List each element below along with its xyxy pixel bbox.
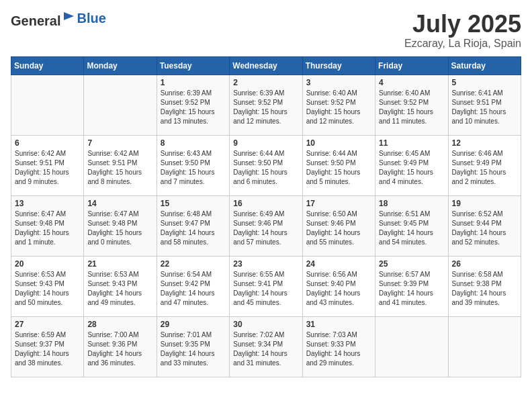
- day-number: 21: [87, 259, 152, 269]
- day-number: 19: [452, 199, 517, 208]
- cell-info: Sunrise: 6:47 AM Sunset: 9:48 PM Dayligh…: [87, 210, 152, 247]
- calendar-cell: [84, 75, 157, 135]
- calendar-week-row: 6Sunrise: 6:42 AM Sunset: 9:51 PM Daylig…: [11, 135, 521, 195]
- calendar-cell: [11, 75, 84, 135]
- cell-info: Sunrise: 7:01 AM Sunset: 9:35 PM Dayligh…: [161, 330, 226, 368]
- cell-info: Sunrise: 6:44 AM Sunset: 9:50 PM Dayligh…: [306, 149, 371, 187]
- calendar-cell: 14Sunrise: 6:47 AM Sunset: 9:48 PM Dayli…: [84, 195, 157, 256]
- cell-info: Sunrise: 6:54 AM Sunset: 9:42 PM Dayligh…: [161, 270, 226, 308]
- day-number: 12: [452, 138, 517, 148]
- cell-info: Sunrise: 6:41 AM Sunset: 9:51 PM Dayligh…: [452, 89, 517, 126]
- calendar-cell: [375, 316, 448, 377]
- calendar-cell: 6Sunrise: 6:42 AM Sunset: 9:51 PM Daylig…: [11, 135, 84, 195]
- day-number: 5: [452, 78, 517, 87]
- svg-marker-0: [64, 12, 74, 24]
- cell-info: Sunrise: 6:57 AM Sunset: 9:39 PM Dayligh…: [379, 270, 444, 308]
- day-number: 9: [233, 138, 298, 148]
- day-number: 7: [87, 138, 152, 148]
- calendar-cell: 3Sunrise: 6:40 AM Sunset: 9:52 PM Daylig…: [302, 75, 375, 135]
- calendar-cell: 21Sunrise: 6:53 AM Sunset: 9:43 PM Dayli…: [84, 256, 157, 316]
- day-number: 4: [379, 78, 444, 87]
- day-number: 22: [161, 259, 226, 269]
- calendar-week-row: 20Sunrise: 6:53 AM Sunset: 9:43 PM Dayli…: [11, 256, 521, 316]
- cell-info: Sunrise: 7:00 AM Sunset: 9:36 PM Dayligh…: [87, 330, 152, 368]
- calendar-cell: 24Sunrise: 6:56 AM Sunset: 9:40 PM Dayli…: [302, 256, 375, 316]
- day-number: 17: [306, 199, 371, 208]
- day-number: 24: [306, 259, 371, 269]
- calendar-cell: 5Sunrise: 6:41 AM Sunset: 9:51 PM Daylig…: [448, 75, 521, 135]
- column-header-tuesday: Tuesday: [157, 56, 229, 75]
- day-number: 18: [379, 199, 444, 208]
- calendar-week-row: 13Sunrise: 6:47 AM Sunset: 9:48 PM Dayli…: [11, 195, 521, 256]
- calendar-week-row: 1Sunrise: 6:39 AM Sunset: 9:52 PM Daylig…: [11, 75, 521, 135]
- title-block: July 2025 Ezcaray, La Rioja, Spain: [404, 11, 521, 50]
- calendar-cell: 1Sunrise: 6:39 AM Sunset: 9:52 PM Daylig…: [157, 75, 229, 135]
- calendar-cell: 28Sunrise: 7:00 AM Sunset: 9:36 PM Dayli…: [84, 316, 157, 377]
- calendar-week-row: 27Sunrise: 6:59 AM Sunset: 9:37 PM Dayli…: [11, 316, 521, 377]
- cell-info: Sunrise: 6:47 AM Sunset: 9:48 PM Dayligh…: [15, 210, 80, 247]
- cell-info: Sunrise: 6:49 AM Sunset: 9:46 PM Dayligh…: [233, 210, 298, 247]
- day-number: 29: [161, 320, 226, 329]
- calendar-cell: 31Sunrise: 7:03 AM Sunset: 9:33 PM Dayli…: [302, 316, 375, 377]
- calendar-cell: [448, 316, 521, 377]
- day-number: 27: [15, 320, 80, 329]
- cell-info: Sunrise: 6:42 AM Sunset: 9:51 PM Dayligh…: [15, 149, 80, 187]
- column-header-sunday: Sunday: [11, 56, 84, 75]
- day-number: 10: [306, 138, 371, 148]
- day-number: 26: [452, 259, 517, 269]
- calendar-header-row: SundayMondayTuesdayWednesdayThursdayFrid…: [11, 56, 521, 75]
- day-number: 6: [15, 138, 80, 148]
- day-number: 25: [379, 259, 444, 269]
- month-title: July 2025: [404, 11, 521, 38]
- logo-blue-text: Blue: [77, 11, 105, 26]
- day-number: 31: [306, 320, 371, 329]
- day-number: 20: [15, 259, 80, 269]
- calendar-cell: 10Sunrise: 6:44 AM Sunset: 9:50 PM Dayli…: [302, 135, 375, 195]
- day-number: 2: [233, 78, 298, 87]
- cell-info: Sunrise: 6:40 AM Sunset: 9:52 PM Dayligh…: [379, 89, 444, 126]
- cell-info: Sunrise: 6:43 AM Sunset: 9:50 PM Dayligh…: [161, 149, 226, 187]
- calendar-cell: 29Sunrise: 7:01 AM Sunset: 9:35 PM Dayli…: [157, 316, 229, 377]
- cell-info: Sunrise: 6:55 AM Sunset: 9:41 PM Dayligh…: [233, 270, 298, 308]
- day-number: 8: [161, 138, 226, 148]
- calendar-cell: 4Sunrise: 6:40 AM Sunset: 9:52 PM Daylig…: [375, 75, 448, 135]
- logo-flag-icon: [62, 11, 77, 26]
- calendar-cell: 12Sunrise: 6:46 AM Sunset: 9:49 PM Dayli…: [448, 135, 521, 195]
- calendar-cell: 7Sunrise: 6:42 AM Sunset: 9:51 PM Daylig…: [84, 135, 157, 195]
- calendar-table: SundayMondayTuesdayWednesdayThursdayFrid…: [11, 56, 521, 377]
- column-header-saturday: Saturday: [448, 56, 521, 75]
- cell-info: Sunrise: 6:44 AM Sunset: 9:50 PM Dayligh…: [233, 149, 298, 187]
- column-header-thursday: Thursday: [302, 56, 375, 75]
- cell-info: Sunrise: 6:39 AM Sunset: 9:52 PM Dayligh…: [161, 89, 226, 126]
- day-number: 1: [161, 78, 226, 87]
- day-number: 30: [233, 320, 298, 329]
- calendar-cell: 16Sunrise: 6:49 AM Sunset: 9:46 PM Dayli…: [230, 195, 302, 256]
- calendar-cell: 19Sunrise: 6:52 AM Sunset: 9:44 PM Dayli…: [448, 195, 521, 256]
- cell-info: Sunrise: 6:53 AM Sunset: 9:43 PM Dayligh…: [15, 270, 80, 308]
- day-number: 15: [161, 199, 226, 208]
- column-header-monday: Monday: [84, 56, 157, 75]
- calendar-cell: 22Sunrise: 6:54 AM Sunset: 9:42 PM Dayli…: [157, 256, 229, 316]
- cell-info: Sunrise: 6:39 AM Sunset: 9:52 PM Dayligh…: [233, 89, 298, 126]
- cell-info: Sunrise: 6:50 AM Sunset: 9:46 PM Dayligh…: [306, 210, 371, 247]
- cell-info: Sunrise: 6:51 AM Sunset: 9:45 PM Dayligh…: [379, 210, 444, 247]
- calendar-cell: 27Sunrise: 6:59 AM Sunset: 9:37 PM Dayli…: [11, 316, 84, 377]
- calendar-cell: 8Sunrise: 6:43 AM Sunset: 9:50 PM Daylig…: [157, 135, 229, 195]
- day-number: 3: [306, 78, 371, 87]
- cell-info: Sunrise: 6:56 AM Sunset: 9:40 PM Dayligh…: [306, 270, 371, 308]
- cell-info: Sunrise: 6:52 AM Sunset: 9:44 PM Dayligh…: [452, 210, 517, 247]
- cell-info: Sunrise: 6:53 AM Sunset: 9:43 PM Dayligh…: [87, 270, 152, 308]
- calendar-cell: 23Sunrise: 6:55 AM Sunset: 9:41 PM Dayli…: [230, 256, 302, 316]
- day-number: 28: [87, 320, 152, 329]
- calendar-cell: 2Sunrise: 6:39 AM Sunset: 9:52 PM Daylig…: [230, 75, 302, 135]
- calendar-cell: 20Sunrise: 6:53 AM Sunset: 9:43 PM Dayli…: [11, 256, 84, 316]
- day-number: 11: [379, 138, 444, 148]
- logo: General Blue: [11, 11, 106, 29]
- cell-info: Sunrise: 6:58 AM Sunset: 9:38 PM Dayligh…: [452, 270, 517, 308]
- calendar-cell: 25Sunrise: 6:57 AM Sunset: 9:39 PM Dayli…: [375, 256, 448, 316]
- cell-info: Sunrise: 6:59 AM Sunset: 9:37 PM Dayligh…: [15, 330, 80, 368]
- calendar-cell: 30Sunrise: 7:02 AM Sunset: 9:34 PM Dayli…: [230, 316, 302, 377]
- day-number: 16: [233, 199, 298, 208]
- cell-info: Sunrise: 6:45 AM Sunset: 9:49 PM Dayligh…: [379, 149, 444, 187]
- column-header-wednesday: Wednesday: [230, 56, 302, 75]
